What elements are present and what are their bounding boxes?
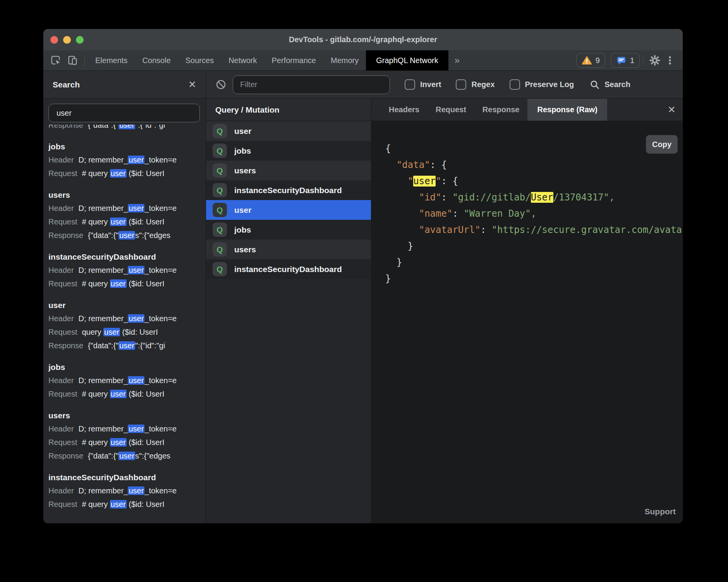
query-list-item-label: users xyxy=(234,245,256,254)
search-result-line-label: Request xyxy=(48,328,77,336)
json-token xyxy=(385,224,419,235)
search-result-line[interactable]: Response{"data":{"users":{"edges xyxy=(48,229,206,242)
more-options-icon[interactable] xyxy=(663,50,676,70)
json-token: { xyxy=(385,143,391,154)
search-result-line[interactable]: Request# query user ($id: UserI xyxy=(48,436,206,449)
query-type-badge: Q xyxy=(213,223,227,237)
search-result-line[interactable]: Response{"data":{"users":{"edges xyxy=(48,449,206,463)
search-result-line-label: Response xyxy=(48,452,83,460)
response-tab-headers[interactable]: Headers xyxy=(381,99,428,121)
search-toggle[interactable]: Search xyxy=(589,79,630,90)
query-list-item-user[interactable]: Quser xyxy=(206,200,371,220)
search-result-line[interactable]: Requestquery user ($id: UserI xyxy=(48,325,206,339)
search-result-group-name[interactable]: instanceSecurityDashboard xyxy=(48,251,206,263)
checkbox-invert[interactable]: Invert xyxy=(405,79,441,90)
search-result-group-name[interactable]: jobs xyxy=(48,361,206,373)
json-token: " xyxy=(408,176,413,187)
warnings-badge[interactable]: 9 xyxy=(576,53,605,68)
search-result-group-name[interactable]: users xyxy=(48,189,206,201)
maximize-window-button[interactable] xyxy=(76,36,84,44)
search-result-line[interactable]: Request# query user ($id: UserI xyxy=(48,387,206,401)
close-detail-icon[interactable]: ✕ xyxy=(668,99,676,121)
search-result-text: ($id: UserI xyxy=(127,500,165,508)
json-token: "avatarUrl" xyxy=(419,224,481,235)
search-result-text: ($id: UserI xyxy=(127,169,165,178)
query-list: QuserQjobsQusersQinstanceSecurityDashboa… xyxy=(206,121,371,523)
filter-input[interactable] xyxy=(233,75,390,94)
response-tab-request[interactable]: Request xyxy=(428,99,474,121)
query-type-badge: Q xyxy=(213,124,227,138)
search-match-highlight: user xyxy=(118,341,135,350)
close-window-button[interactable] xyxy=(50,36,58,44)
search-result-text: D; remember_ xyxy=(79,376,128,385)
devtools-tab-console[interactable]: Console xyxy=(135,50,178,70)
response-tab-response[interactable]: Response xyxy=(474,99,528,121)
search-match-highlight: user xyxy=(128,204,144,212)
query-list-item-instancesecuritydashboard[interactable]: QinstanceSecurityDashboard xyxy=(206,259,371,279)
devtools-toolbar: ElementsConsoleSourcesNetworkPerformance… xyxy=(43,50,683,71)
query-list-item-instancesecuritydashboard[interactable]: QinstanceSecurityDashboard xyxy=(206,180,371,200)
search-result-line-label: Header xyxy=(48,376,74,385)
search-result-line[interactable]: Request# query user ($id: UserI xyxy=(48,498,206,511)
devtools-tab-performance[interactable]: Performance xyxy=(264,50,324,70)
search-result-text: query xyxy=(82,328,104,336)
window-titlebar: DevTools - gitlab.com/-/graphql-explorer xyxy=(43,29,683,50)
checkbox-regex[interactable]: Regex xyxy=(456,79,494,90)
search-result-group-name[interactable]: instanceSecurityDashboard xyxy=(48,471,206,483)
clear-log-icon[interactable] xyxy=(215,79,227,90)
search-input[interactable] xyxy=(48,104,200,122)
settings-gear-icon[interactable] xyxy=(646,50,663,70)
search-result-line[interactable]: Response{"data":{"user":{"id":"gi xyxy=(48,125,206,132)
devtools-tab-graphql-network[interactable]: GraphQL Network xyxy=(366,50,448,70)
json-line: { xyxy=(385,140,683,157)
search-match-highlight: user xyxy=(103,328,120,336)
devtools-tab-network[interactable]: Network xyxy=(221,50,264,70)
search-result-group-name[interactable]: users xyxy=(48,409,206,421)
query-list-item-user[interactable]: Quser xyxy=(206,121,371,141)
search-result-line[interactable]: HeaderD; remember_user_token=e xyxy=(48,202,206,215)
json-token xyxy=(385,159,397,170)
json-search-highlight: User xyxy=(531,192,553,203)
search-result-line[interactable]: Response{"data":{"user":{"id":"gi xyxy=(48,339,206,353)
query-list-item-users[interactable]: Qusers xyxy=(206,161,371,180)
search-result-line[interactable]: HeaderD; remember_user_token=e xyxy=(48,264,206,277)
minimize-window-button[interactable] xyxy=(63,36,71,44)
inspect-element-icon[interactable] xyxy=(47,50,64,70)
search-result-line-label: Request xyxy=(48,169,77,178)
search-result-line[interactable]: Request# query user ($id: UserI xyxy=(48,167,206,180)
response-tab-response-raw[interactable]: Response (Raw) xyxy=(527,99,607,121)
search-match-highlight: user xyxy=(110,500,127,508)
messages-badge[interactable]: 1 xyxy=(611,53,640,68)
query-list-item-users[interactable]: Qusers xyxy=(206,240,371,259)
device-toolbar-icon[interactable] xyxy=(64,50,81,70)
response-panel: HeadersRequestResponseResponse (Raw)✕ Co… xyxy=(371,99,683,523)
query-list-item-jobs[interactable]: Qjobs xyxy=(206,220,371,240)
search-result-line[interactable]: HeaderD; remember_user_token=e xyxy=(48,484,206,498)
devtools-window: DevTools - gitlab.com/-/graphql-explorer… xyxy=(43,29,683,523)
search-result-line[interactable]: Request# query user ($id: UserI xyxy=(48,215,206,229)
query-list-item-label: user xyxy=(234,205,251,215)
json-token xyxy=(385,192,419,203)
search-result-group-name[interactable]: jobs xyxy=(48,140,206,152)
search-match-highlight: user xyxy=(110,169,127,178)
checkbox-preserve-log[interactable]: Preserve Log xyxy=(510,79,574,90)
search-result-line-label: Header xyxy=(48,204,74,212)
search-result-line[interactable]: Request# query user ($id: UserI xyxy=(48,277,206,291)
search-result-group: usersHeaderD; remember_user_token=eReque… xyxy=(48,409,206,463)
preserve-log-checkbox-label: Preserve Log xyxy=(525,80,574,89)
search-result-text: ":{"id":"gi xyxy=(135,341,165,350)
more-tabs-chevron-icon[interactable]: » xyxy=(448,50,466,70)
json-token: } xyxy=(385,241,413,252)
close-search-panel-icon[interactable]: ✕ xyxy=(188,79,196,90)
search-result-line[interactable]: HeaderD; remember_user_token=e xyxy=(48,312,206,325)
search-result-line[interactable]: HeaderD; remember_user_token=e xyxy=(48,374,206,387)
window-controls xyxy=(50,29,84,50)
devtools-tab-elements[interactable]: Elements xyxy=(88,50,135,70)
search-result-line[interactable]: HeaderD; remember_user_token=e xyxy=(48,153,206,167)
search-result-line[interactable]: HeaderD; remember_user_token=e xyxy=(48,422,206,436)
query-list-item-jobs[interactable]: Qjobs xyxy=(206,141,371,161)
devtools-tab-sources[interactable]: Sources xyxy=(178,50,221,70)
search-result-group-name[interactable]: user xyxy=(48,299,206,311)
support-link[interactable]: Support xyxy=(645,507,676,516)
devtools-tab-memory[interactable]: Memory xyxy=(323,50,366,70)
